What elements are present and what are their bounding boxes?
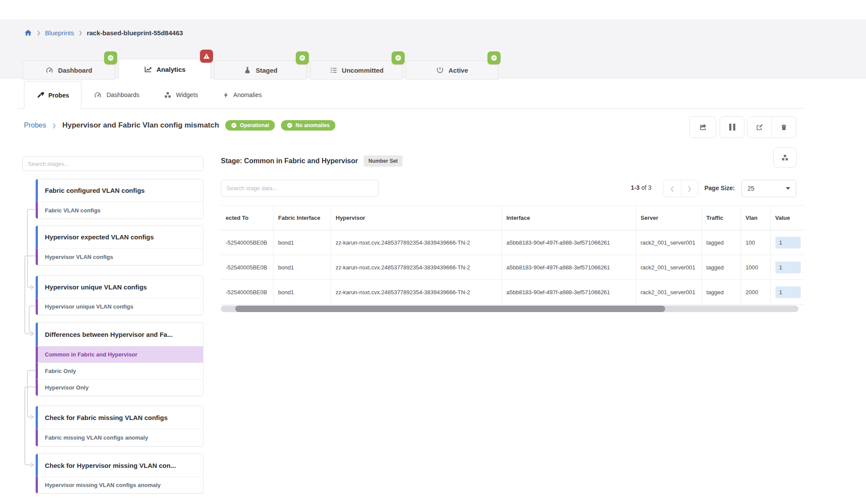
tab-staged[interactable]: Staged (214, 60, 307, 80)
stage-card-title[interactable]: Check for Fabric missing VLAN configs (36, 406, 203, 429)
stage-output-item[interactable]: Hypervisor unique VLAN configs (36, 298, 203, 315)
subtab-dashboards[interactable]: Dashboards (81, 81, 152, 109)
column-header[interactable]: Interface (501, 206, 636, 230)
value-highlight: 1 (775, 237, 801, 249)
tab-label: Analytics (156, 66, 186, 73)
stage-card-title[interactable]: Differences between Hypervisor and Fa... (36, 323, 203, 346)
delete-probe-button[interactable] (771, 117, 796, 138)
horizontal-scrollbar-thumb[interactable] (235, 306, 665, 312)
column-header[interactable]: ected To (221, 206, 273, 230)
pagination-range: 1-3 of 3 (631, 184, 651, 191)
column-header[interactable]: Server (636, 206, 701, 230)
trash-icon (780, 123, 788, 131)
stage-output-item[interactable]: Fabric VLAN configs (36, 202, 203, 218)
status-badge-operational: Operational (225, 120, 275, 131)
ok-badge (296, 51, 309, 64)
ok-badge (392, 51, 405, 64)
table-body: -52540005BE0Bbond1zz-karun-nsxt.cvx.2485… (221, 230, 804, 305)
stage-output-item[interactable]: Hypervisor VLAN configs (36, 248, 203, 265)
chevron-left-icon: ❮ (670, 185, 675, 192)
table-controls: 1-3 of 3 ❮ ❯ Page Size: 25 (221, 180, 804, 197)
stage-card: Hypervisor unique VLAN configsHypervisor… (35, 276, 203, 315)
chevron-right-icon: ❯ (687, 185, 692, 192)
breadcrumb-separator: ❯ (52, 123, 56, 128)
page-size-label: Page Size: (704, 185, 735, 192)
stages-sidebar: Fabric configured VLAN configsFabric VLA… (22, 156, 203, 496)
probe-title: Hypervisor and Fabric Vlan config mismat… (62, 121, 219, 130)
home-icon[interactable] (24, 29, 32, 37)
value-highlight: 1 (775, 286, 801, 298)
edit-probe-button[interactable] (748, 117, 771, 138)
tab-uncommitted[interactable]: Uncommitted (310, 60, 403, 80)
column-header[interactable]: Traffic (701, 206, 741, 230)
table-cell: rack2_001_server001 (636, 230, 701, 255)
stage-type-badge: Number Set (364, 155, 403, 167)
column-header[interactable]: Vlan (741, 206, 770, 230)
column-header[interactable]: Fabric Interface (273, 206, 331, 230)
stage-output-item[interactable]: Hypervisor missing VLAN configs anomaly (36, 477, 203, 493)
subtab-widgets[interactable]: Widgets (152, 81, 210, 109)
gauge-icon (94, 91, 102, 99)
table-cell: tagged (701, 255, 741, 280)
tab-dashboard[interactable]: Dashboard (23, 60, 115, 80)
tab-label: Dashboard (58, 67, 92, 74)
column-header[interactable]: Value (770, 206, 804, 230)
table-cell: tagged (701, 280, 741, 305)
subtab-anomalies[interactable]: Anomalies (210, 81, 274, 109)
table-cell: -52540005BE0B (221, 280, 273, 305)
power-icon (436, 66, 444, 74)
table-header-row: ected ToFabric InterfaceHypervisorInterf… (221, 206, 804, 230)
table-cell: bond1 (273, 255, 331, 280)
stage-card: Differences between Hypervisor and Fa...… (35, 322, 203, 396)
stage-card-title[interactable]: Check for Hypervisor missing VLAN con... (36, 454, 203, 477)
breadcrumb-separator: ❯ (78, 30, 82, 36)
table-cell: tagged (701, 230, 741, 255)
pause-probe-button[interactable] (720, 116, 744, 138)
stage-card: Check for Hypervisor missing VLAN con...… (35, 454, 203, 494)
probe-header: Probes ❯ Hypervisor and Fabric Vlan conf… (24, 120, 335, 131)
subtab-probes[interactable]: Probes (24, 81, 81, 109)
stage-output-item[interactable]: Fabric missing VLAN configs anomaly (36, 429, 203, 446)
breadcrumb-separator: ❯ (37, 30, 41, 36)
breadcrumb: ❯ Blueprints ❯ rack-based-blueprint-55d8… (24, 29, 183, 37)
table-cell: a5bb8183-90ef-497f-a988-3ef571066261 (501, 255, 636, 280)
prev-page-button[interactable]: ❮ (664, 180, 681, 197)
column-header[interactable]: Hypervisor (331, 206, 501, 230)
table-cell: 1 (770, 255, 804, 280)
stage-card-title[interactable]: Hypervisor unique VLAN configs (36, 276, 203, 298)
table-cell: bond1 (273, 230, 331, 255)
ok-badge (104, 51, 117, 64)
subtab-label: Dashboards (106, 91, 139, 98)
table-cell: 1 (770, 230, 804, 255)
search-stages-input[interactable] (22, 156, 203, 171)
stage-output-item[interactable]: Fabric Only (36, 363, 203, 379)
stage-output-item-selected[interactable]: Common in Fabric and Hypervisor (36, 346, 203, 363)
table-cell: rack2_001_server001 (636, 255, 701, 280)
probes-breadcrumb-link[interactable]: Probes (24, 121, 46, 129)
breadcrumb-link-blueprints[interactable]: Blueprints (45, 29, 74, 37)
stage-connectors (22, 156, 35, 496)
search-stage-data-input[interactable] (221, 180, 379, 197)
stage-data-table: ected ToFabric InterfaceHypervisorInterf… (221, 205, 804, 305)
tab-active[interactable]: Active (406, 60, 498, 80)
next-page-button[interactable]: ❯ (681, 180, 698, 197)
stage-heading: Stage: Common in Fabric and Hypervisor (221, 157, 358, 165)
export-probe-button[interactable] (690, 116, 716, 138)
stage-card: Check for Fabric missing VLAN configsFab… (35, 406, 203, 447)
status-badge-no-anomalies: No anomalies (281, 120, 335, 131)
stage-card-title[interactable]: Fabric configured VLAN configs (36, 179, 203, 202)
table-cell: a5bb8183-90ef-497f-a988-3ef571066261 (501, 280, 636, 305)
tab-label: Staged (256, 67, 277, 74)
stage-card-title[interactable]: Hypervisor expected VLAN configs (36, 226, 203, 248)
edit-icon (755, 123, 764, 131)
gauge-icon (45, 66, 54, 74)
tab-analytics[interactable]: Analytics (118, 59, 211, 80)
page-size-select[interactable]: 25 (741, 180, 796, 197)
stage-panel-header: Stage: Common in Fabric and Hypervisor N… (221, 155, 403, 167)
chart-icon (144, 65, 152, 74)
tab-label: Uncommitted (342, 67, 384, 74)
stage-card: Hypervisor expected VLAN configsHypervis… (35, 225, 203, 265)
stage-output-item[interactable]: Hypervisor Only (36, 379, 203, 396)
list-check-icon (329, 66, 338, 74)
horizontal-scrollbar[interactable] (221, 306, 798, 312)
